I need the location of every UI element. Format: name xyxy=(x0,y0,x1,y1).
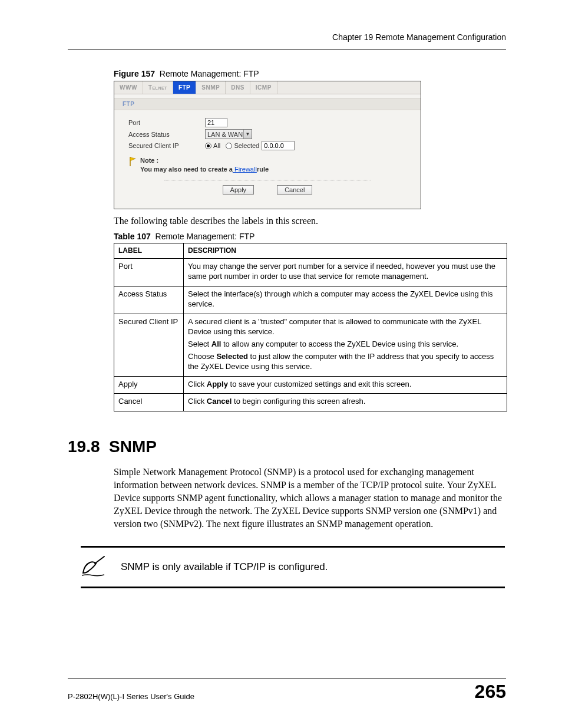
cell-label: Port xyxy=(114,258,184,286)
section-number: 19.8 xyxy=(68,437,100,456)
table-row: ApplyClick Apply to save your customized… xyxy=(114,376,507,394)
callout-note: SNMP is only available if TCP/IP is conf… xyxy=(81,546,505,588)
screenshot-panel: WWW Telnet FTP SNMP DNS ICMP FTP Port Ac… xyxy=(114,81,421,209)
th-description: DESCRIPTION xyxy=(184,243,507,258)
radio-selected-label: Selected xyxy=(234,142,259,149)
radio-selected[interactable] xyxy=(226,143,232,149)
tab-www[interactable]: WWW xyxy=(114,81,143,94)
note-block: Note : You may also need to create a Fir… xyxy=(128,156,406,174)
tab-ftp[interactable]: FTP xyxy=(173,81,196,94)
th-label: LABEL xyxy=(114,243,184,258)
tab-telnet[interactable]: Telnet xyxy=(143,81,173,94)
lead-text: The following table describes the labels… xyxy=(114,215,506,228)
table-row: Secured Client IPA secured client is a "… xyxy=(114,314,507,376)
cell-label: Cancel xyxy=(114,394,184,411)
access-status-select[interactable]: LAN & WAN ▼ xyxy=(205,129,252,139)
table-title: Remote Management: FTP xyxy=(156,232,255,241)
tab-icmp[interactable]: ICMP xyxy=(250,81,277,94)
section-paragraph: Simple Network Management Protocol (SNMP… xyxy=(114,466,506,531)
figure-label: Figure 157 xyxy=(114,69,155,78)
cell-description: Click Cancel to begin configuring this s… xyxy=(184,394,507,411)
note-line-b: rule xyxy=(257,166,269,173)
table-caption: Table 107 Remote Management: FTP xyxy=(114,232,506,241)
note-flag-icon xyxy=(128,156,137,167)
footer-guide: P-2802H(W)(L)-I Series User's Guide xyxy=(68,692,194,701)
secured-client-label: Secured Client IP xyxy=(128,142,205,149)
radio-all-label: All xyxy=(213,142,220,149)
table-row: Access StatusSelect the interface(s) thr… xyxy=(114,286,507,314)
port-input[interactable] xyxy=(205,118,227,127)
ip-input[interactable] xyxy=(262,141,295,150)
cell-description: You may change the server port number fo… xyxy=(184,258,507,286)
table-row: CancelClick Cancel to begin configuring … xyxy=(114,394,507,411)
cell-label: Access Status xyxy=(114,286,184,314)
divider xyxy=(164,180,371,180)
radio-all[interactable] xyxy=(205,143,211,149)
note-title: Note : xyxy=(140,157,158,164)
chapter-header: Chapter 19 Remote Management Configurati… xyxy=(68,32,506,50)
section-title: SNMP xyxy=(109,437,157,456)
cell-description: A secured client is a "trusted" computer… xyxy=(184,314,507,376)
cancel-button[interactable]: Cancel xyxy=(277,185,312,195)
cell-description: Click Apply to save your customized sett… xyxy=(184,376,507,394)
firewall-link[interactable]: Firewall xyxy=(233,166,257,173)
port-label: Port xyxy=(128,119,205,126)
tab-snmp[interactable]: SNMP xyxy=(196,81,226,94)
tab-dns[interactable]: DNS xyxy=(226,81,250,94)
access-status-value: LAN & WAN xyxy=(207,131,243,138)
apply-button[interactable]: Apply xyxy=(223,185,254,195)
access-status-label: Access Status xyxy=(128,131,205,138)
table-label: Table 107 xyxy=(114,232,151,241)
cell-label: Secured Client IP xyxy=(114,314,184,376)
form-area: Port Access Status LAN & WAN ▼ Secured C… xyxy=(114,110,421,209)
description-table: LABEL DESCRIPTION PortYou may change the… xyxy=(114,243,507,411)
cell-description: Select the interface(s) through which a … xyxy=(184,286,507,314)
figure-title: Remote Management: FTP xyxy=(160,69,259,78)
note-line-a: You may also need to create a xyxy=(140,166,233,173)
hand-writing-icon xyxy=(81,555,107,579)
callout-text: SNMP is only available if TCP/IP is conf… xyxy=(121,561,328,573)
figure-caption: Figure 157 Remote Management: FTP xyxy=(114,69,506,78)
chevron-down-icon: ▼ xyxy=(243,130,252,139)
tab-bar: WWW Telnet FTP SNMP DNS ICMP xyxy=(114,81,421,94)
section-heading: 19.8 SNMP xyxy=(68,437,506,456)
page-footer: P-2802H(W)(L)-I Series User's Guide 265 xyxy=(68,678,506,701)
group-header: FTP xyxy=(114,98,421,110)
footer-page-number: 265 xyxy=(475,682,506,701)
cell-label: Apply xyxy=(114,376,184,394)
table-row: PortYou may change the server port numbe… xyxy=(114,258,507,286)
